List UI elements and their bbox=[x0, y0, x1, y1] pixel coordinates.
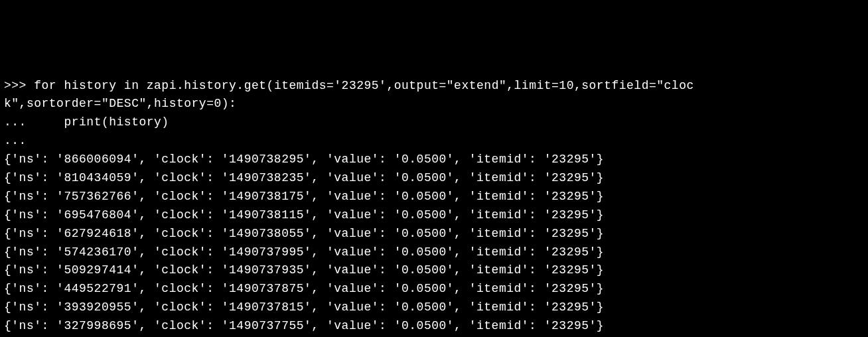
command-line-3: ... print(history) bbox=[4, 113, 864, 132]
output-line: {'ns': '327998695', 'clock': '1490737755… bbox=[4, 317, 864, 336]
output-line: {'ns': '695476804', 'clock': '1490738115… bbox=[4, 206, 864, 225]
prompt-continuation: ... bbox=[4, 134, 34, 147]
command-line-2: k",sortorder="DESC",history=0): bbox=[4, 95, 864, 113]
prompt-primary: >>> bbox=[4, 79, 34, 92]
output-line: {'ns': '810434059', 'clock': '1490738235… bbox=[4, 169, 864, 188]
output-line: {'ns': '393920955', 'clock': '1490737815… bbox=[4, 299, 864, 317]
command-line-1: >>> for history in zapi.history.get(item… bbox=[4, 77, 864, 96]
terminal-output[interactable]: >>> for history in zapi.history.get(item… bbox=[4, 77, 864, 337]
command-text: k",sortorder="DESC",history=0): bbox=[4, 97, 236, 110]
output-line: {'ns': '627924618', 'clock': '1490738055… bbox=[4, 225, 864, 243]
output-line: {'ns': '449522791', 'clock': '1490737875… bbox=[4, 280, 864, 299]
output-line: {'ns': '509297414', 'clock': '1490737935… bbox=[4, 261, 864, 280]
output-line: {'ns': '866006094', 'clock': '1490738295… bbox=[4, 151, 864, 169]
command-text: for history in zapi.history.get(itemids=… bbox=[34, 79, 694, 92]
prompt-continuation: ... bbox=[4, 115, 34, 129]
output-line: {'ns': '574236170', 'clock': '1490737995… bbox=[4, 243, 864, 262]
output-line: {'ns': '757362766', 'clock': '1490738175… bbox=[4, 188, 864, 206]
command-line-4: ... bbox=[4, 132, 864, 151]
command-text: print(history) bbox=[34, 115, 169, 129]
